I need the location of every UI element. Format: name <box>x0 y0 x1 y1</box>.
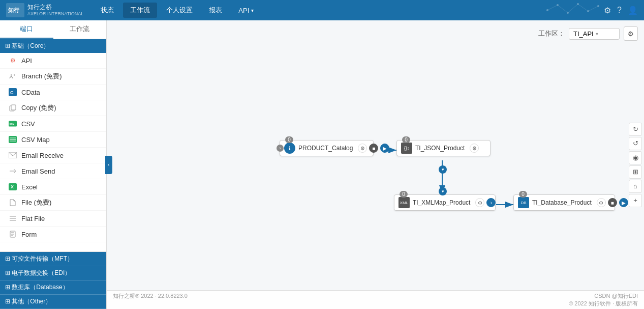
node-badge-xmlmap: 0 <box>400 191 408 198</box>
sidebar-item-email-send[interactable]: Email Send <box>0 163 106 179</box>
grid-button[interactable]: ⊞ <box>629 165 642 179</box>
sidebar-item-flatfile[interactable]: Flat File <box>0 211 106 227</box>
nav-workflow[interactable]: 工作流 <box>123 3 157 18</box>
workspace-select[interactable]: TI_API ▾ <box>569 28 620 40</box>
nav-status[interactable]: 状态 <box>94 3 121 18</box>
sidebar-items-list: ⊞ 基础（Core） ⚙ API Branch (免费) C CData <box>0 39 106 251</box>
file-icon <box>8 198 17 207</box>
sidebar-item-csvmap[interactable]: CSV Map <box>0 132 106 148</box>
copyright-info: CSDN @知行EDI© 2022 知行软件 · 版权所有 <box>569 292 638 307</box>
sidebar-group-database[interactable]: ⊞ 数据库（Database） <box>0 280 106 295</box>
node-ti-xmlmap-product[interactable]: 0 XML TI_XMLMap_Product ⚙ › <box>394 194 496 211</box>
logo-text: 知行之桥 AXELOR INTERNATIONAL <box>27 4 83 16</box>
node-controls-json: ⚙ <box>470 144 479 153</box>
svg-text:C: C <box>10 90 14 95</box>
main-layout: 端口 工作流 ⊞ 基础（Core） ⚙ API Branch (免费) C CD… <box>0 20 644 309</box>
sidebar-item-csv[interactable]: csv CSV <box>0 116 106 132</box>
sidebar-item-branch[interactable]: Branch (免费) <box>0 69 106 85</box>
tab-workflow[interactable]: 工作流 <box>53 20 107 39</box>
canvas-gear-button[interactable]: ⚙ <box>624 26 638 41</box>
sidebar-group-other[interactable]: ⊞ 其他（Other） <box>0 295 106 309</box>
right-mini-toolbar: ↻ ↺ ◉ ⊞ ⌂ + <box>627 121 644 209</box>
svg-line-10 <box>568 4 578 13</box>
sidebar-item-cdata[interactable]: C CData <box>0 85 106 100</box>
sidebar-item-form[interactable]: Form <box>0 227 106 242</box>
sidebar-group-edi[interactable]: ⊞ 电子数据交换（EDI） <box>0 266 106 280</box>
canvas-toolbar: 工作区： TI_API ▾ ⚙ <box>538 26 638 41</box>
user-icon[interactable]: 👤 <box>628 6 638 15</box>
plus-button[interactable]: + <box>629 194 642 207</box>
csvmap-icon <box>8 135 17 144</box>
help-icon[interactable]: ? <box>617 6 622 15</box>
collapse-dot-json[interactable]: ▾ <box>439 165 447 174</box>
node-expand-catalog[interactable]: › <box>277 145 284 152</box>
node-label-xmlmap: TI_XMLMap_Product <box>413 199 470 206</box>
node-connector-xmlmap[interactable]: › <box>486 198 496 207</box>
node-ti-json-product[interactable]: 0 {}↕ TI_JSON_Product ⚙ <box>396 140 490 156</box>
svg-line-8 <box>547 5 558 10</box>
select-dropdown-icon: ▾ <box>596 31 598 37</box>
sidebar-item-email-receive[interactable]: Email Receive <box>0 148 106 163</box>
nav-right-icons: ⚙ ? 👤 <box>604 6 638 15</box>
flow-connections-svg <box>107 20 644 309</box>
top-nav: 知行 知行之桥 AXELOR INTERNATIONAL 状态 工作流 个人设置… <box>0 0 644 20</box>
node-ti-database-product[interactable]: 0 DB TI_Database_Product ⚙ ■ ▶ <box>513 194 615 211</box>
node-settings-xmlmap[interactable]: ⚙ <box>475 198 484 207</box>
form-icon <box>8 230 17 239</box>
flow-canvas: 0 › ℹ PRODUCT_Catalog ⚙ ■ ▶ 0 {}↕ TI_JSO… <box>107 20 644 309</box>
settings-icon[interactable]: ⚙ <box>604 6 611 15</box>
api-icon: ⚙ <box>8 56 17 65</box>
gear-icon: ⚙ <box>628 30 634 38</box>
svg-line-9 <box>558 5 568 13</box>
nav-personal[interactable]: 个人设置 <box>159 3 200 18</box>
copy-icon <box>8 103 17 113</box>
node-run-catalog[interactable]: ▶ <box>380 144 389 153</box>
node-controls-catalog: ⚙ ■ ▶ <box>358 144 389 153</box>
canvas-area: 工作区： TI_API ▾ ⚙ <box>107 20 644 309</box>
svg-text:X: X <box>11 184 14 189</box>
sidebar-toggle[interactable]: ‹ <box>105 156 112 174</box>
eye-button[interactable]: ◉ <box>629 151 642 164</box>
nav-api[interactable]: API ▾ <box>231 4 261 17</box>
undo-button[interactable]: ↺ <box>629 137 642 150</box>
logo-icon: 知行 <box>6 3 24 17</box>
refresh-button[interactable]: ↻ <box>629 123 642 136</box>
sidebar-item-excel[interactable]: X Excel <box>0 179 106 195</box>
node-icon-database: DB <box>518 197 529 208</box>
node-product-catalog[interactable]: 0 › ℹ PRODUCT_Catalog ⚙ ■ ▶ <box>280 140 374 156</box>
sidebar-item-api[interactable]: ⚙ API <box>0 53 106 69</box>
sidebar-item-file[interactable]: File (免费) <box>0 195 106 211</box>
node-stop-database[interactable]: ■ <box>608 198 617 207</box>
email-send-icon <box>8 166 17 176</box>
svg-line-12 <box>588 6 598 11</box>
flatfile-icon <box>8 214 17 223</box>
version-info: 知行之桥® 2022 · 22.0.8223.0 <box>113 292 188 307</box>
network-decoration <box>542 0 603 20</box>
node-stop-catalog[interactable]: ■ <box>369 144 378 153</box>
node-settings-json[interactable]: ⚙ <box>470 144 479 153</box>
nav-items: 状态 工作流 个人设置 报表 API ▾ <box>94 3 604 18</box>
sidebar-group-core[interactable]: ⊞ 基础（Core） <box>0 39 106 53</box>
svg-text:知行: 知行 <box>8 7 20 13</box>
node-label-database: TI_Database_Product <box>532 199 592 206</box>
node-icon-json: {}↕ <box>401 143 412 154</box>
sidebar-bottom-groups: ⊞ 可控文件传输（MFT） ⊞ 电子数据交换（EDI） ⊞ 数据库（Databa… <box>0 251 106 309</box>
sidebar-tabs: 端口 工作流 <box>0 20 106 39</box>
csv-icon: csv <box>8 119 17 128</box>
sidebar-item-copy[interactable]: Copy (免费) <box>0 100 106 116</box>
node-controls-xmlmap: ⚙ › <box>475 198 496 207</box>
node-badge-json: 0 <box>402 136 410 143</box>
node-label-json: TI_JSON_Product <box>415 145 465 152</box>
home-button[interactable]: ⌂ <box>629 180 642 193</box>
node-settings-catalog[interactable]: ⚙ <box>358 144 367 153</box>
node-badge-database: 0 <box>519 191 527 198</box>
cdata-icon: C <box>8 88 17 97</box>
tab-port[interactable]: 端口 <box>0 20 53 39</box>
expand-dot-xmlmap[interactable]: ▾ <box>439 187 447 195</box>
node-badge-catalog: 0 <box>285 136 293 143</box>
node-settings-database[interactable]: ⚙ <box>597 198 606 207</box>
nav-report[interactable]: 报表 <box>202 3 229 18</box>
svg-line-11 <box>578 4 588 11</box>
sidebar-group-mft[interactable]: ⊞ 可控文件传输（MFT） <box>0 252 106 266</box>
node-icon-xmlmap: XML <box>398 197 410 208</box>
